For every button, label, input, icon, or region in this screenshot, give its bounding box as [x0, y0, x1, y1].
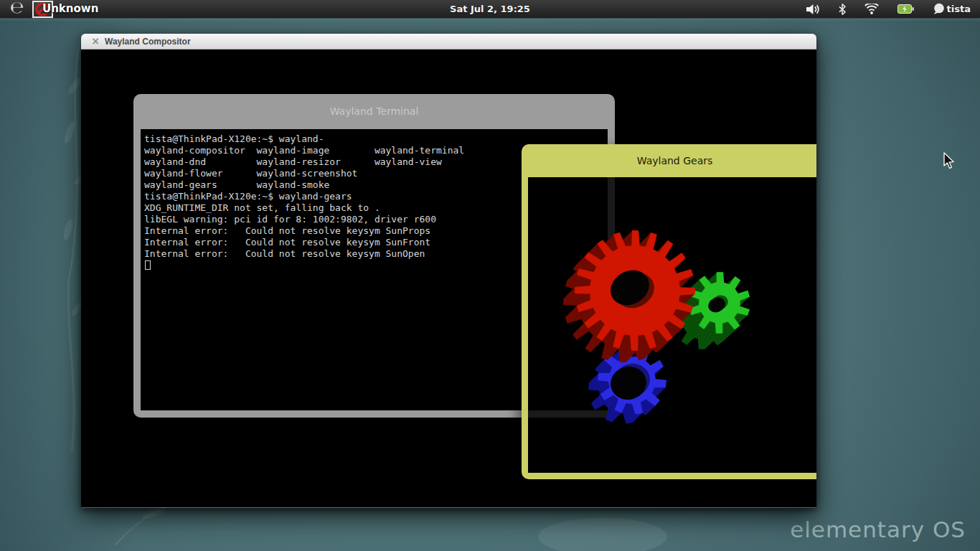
compositor-window-title: Wayland Compositor: [105, 34, 191, 50]
red-gear: [563, 230, 695, 362]
wifi-icon[interactable]: [864, 4, 879, 14]
compositor-content: Wayland Terminal tista@ThinkPad-X120e:~$…: [81, 50, 816, 507]
user-menu[interactable]: tista: [933, 3, 971, 15]
elementary-os-watermark: elementary OS: [790, 517, 966, 542]
close-icon[interactable]: ×: [88, 34, 103, 50]
terminal-window-title: Wayland Terminal: [133, 94, 615, 129]
gears-screen: [528, 177, 816, 473]
chat-bubble-icon: [933, 3, 945, 15]
wayland-gears-window[interactable]: Wayland Gears: [522, 144, 816, 479]
bluetooth-icon[interactable]: [839, 4, 846, 15]
gears-canvas: [528, 177, 816, 473]
username-label: tista: [947, 4, 971, 14]
mouse-cursor: [943, 152, 956, 171]
battery-icon[interactable]: [897, 4, 914, 14]
wallpaper-top-highlight: [0, 18, 980, 21]
volume-icon[interactable]: [806, 4, 820, 15]
top-panel: ℮ Unknown Sat Jul 2, 19:25: [0, 0, 980, 18]
wayland-compositor-window: × Wayland Compositor Wayland Terminal ti…: [81, 34, 816, 508]
compositor-titlebar[interactable]: × Wayland Compositor: [81, 34, 816, 50]
terminal-cursor: [145, 260, 151, 270]
active-app-name[interactable]: Unknown: [42, 0, 98, 18]
gears-window-title: Wayland Gears: [522, 144, 816, 177]
